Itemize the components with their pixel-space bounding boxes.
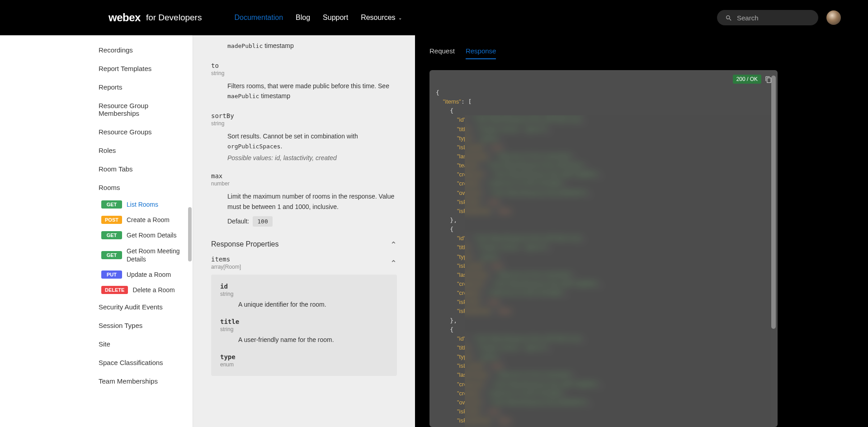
nav-support[interactable]: Support <box>323 14 348 22</box>
sidebar-item-site[interactable]: Site <box>0 335 193 353</box>
chevron-up-icon: ⌄ <box>390 258 397 268</box>
op-label: Get Room Meeting Details <box>127 247 184 263</box>
user-avatar[interactable] <box>826 10 841 25</box>
sidebar-nav[interactable]: Recordings Report Templates Reports Reso… <box>0 35 193 427</box>
copy-icon[interactable] <box>765 75 772 83</box>
json-response-body[interactable]: { "items": [ { "id": "Y2lzY29zcGFyazovL3… <box>429 70 778 427</box>
nav-blog[interactable]: Blog <box>296 14 310 22</box>
sidebar-item-room-tabs[interactable]: Room Tabs <box>0 160 193 178</box>
sidebar-item-team-memberships[interactable]: Team Memberships <box>0 372 193 390</box>
param-desc: Limit the maximum number of rooms in the… <box>227 191 397 212</box>
sidebar-item-space-classifications[interactable]: Space Classifications <box>0 353 193 372</box>
top-header: webex for Developers Documentation Blog … <box>0 0 868 35</box>
nav-resources[interactable]: Resources ⌄ <box>361 14 401 22</box>
items-toggle[interactable]: items array[Room] ⌄ <box>211 256 397 270</box>
sidebar-item-security-audit-events[interactable]: Security Audit Events <box>0 298 193 316</box>
request-response-tabs: Request Response <box>429 47 868 59</box>
op-list-rooms[interactable]: GETList Rooms <box>0 197 193 212</box>
op-create-room[interactable]: POSTCreate a Room <box>0 212 193 228</box>
sidebar-item-resource-group-memberships[interactable]: Resource Group Memberships <box>0 96 193 123</box>
sidebar-item-report-templates[interactable]: Report Templates <box>0 59 193 78</box>
response-properties-toggle[interactable]: Response Properties ⌄ <box>211 239 397 249</box>
sidebar-item-session-types[interactable]: Session Types <box>0 316 193 335</box>
search-icon <box>725 14 732 22</box>
response-props-box: id string A unique identifier for the ro… <box>211 275 397 376</box>
param-type: number <box>211 180 397 187</box>
response-panel: Request Response 200 / OK { "items": [ {… <box>415 35 868 427</box>
op-label: Delete a Room <box>132 286 184 294</box>
logo[interactable]: webex for Developers <box>108 11 202 24</box>
param-note: Possible values: id, lastactivity, creat… <box>227 154 397 161</box>
primary-nav: Documentation Blog Support Resources ⌄ <box>234 14 401 22</box>
op-label: Create a Room <box>127 216 184 224</box>
sidebar-item-rooms[interactable]: Rooms <box>0 178 193 197</box>
documentation-column[interactable]: madePublic timestamp to string Filters r… <box>193 35 415 427</box>
method-badge-get: GET <box>101 231 122 239</box>
tab-request[interactable]: Request <box>429 47 455 59</box>
method-badge-get: GET <box>101 251 122 259</box>
op-delete-room[interactable]: DELETEDelete a Room <box>0 282 193 298</box>
op-update-room[interactable]: PUTUpdate a Room <box>0 267 193 282</box>
nav-documentation[interactable]: Documentation <box>234 14 283 22</box>
prop-id: id string A unique identifier for the ro… <box>220 283 388 308</box>
param-default: Default: 100 <box>227 216 397 227</box>
op-get-room-meeting-details[interactable]: GETGet Room Meeting Details <box>0 243 193 267</box>
param-name: sortBy <box>211 112 397 119</box>
chevron-down-icon: ⌄ <box>398 15 402 20</box>
op-label: List Rooms <box>127 200 184 209</box>
op-get-room-details[interactable]: GETGet Room Details <box>0 228 193 243</box>
search-input[interactable] <box>737 14 823 22</box>
param-type: string <box>211 120 397 127</box>
default-value: 100 <box>253 216 272 227</box>
logo-sub: for Developers <box>146 13 202 23</box>
response-scrollbar[interactable] <box>771 76 776 329</box>
param-sortby: sortBy string Sort results. Cannot be se… <box>211 112 397 161</box>
logo-main: webex <box>108 11 141 24</box>
search-box[interactable] <box>717 10 818 25</box>
response-box: 200 / OK { "items": [ { "id": "Y2lzY29zc… <box>429 70 778 427</box>
method-badge-delete: DELETE <box>101 286 128 294</box>
items-name: items <box>211 256 241 263</box>
chevron-up-icon: ⌄ <box>390 239 397 249</box>
op-label: Get Room Details <box>127 231 184 239</box>
sidebar-scrollbar[interactable] <box>188 207 192 261</box>
param-desc: Sort results. Cannot be set in combinati… <box>227 131 397 152</box>
sidebar-item-reports[interactable]: Reports <box>0 78 193 96</box>
method-badge-post: POST <box>101 216 122 224</box>
param-type: string <box>211 70 397 76</box>
code-madePublic: madePublic <box>227 43 263 49</box>
items-type: array[Room] <box>211 264 241 270</box>
sidebar-item-roles[interactable]: Roles <box>0 141 193 160</box>
status-badge: 200 / OK <box>733 75 761 84</box>
param-max: max number Limit the maximum number of r… <box>211 172 397 227</box>
method-badge-get: GET <box>101 200 122 209</box>
sidebar-item-resource-groups[interactable]: Resource Groups <box>0 123 193 141</box>
param-name: max <box>211 172 397 180</box>
prop-type: type enum <box>220 353 388 368</box>
sidebar-item-recordings[interactable]: Recordings <box>0 41 193 59</box>
param-desc: Filters rooms, that were made public bef… <box>227 81 397 101</box>
prop-title: title string A user-friendly name for th… <box>220 318 388 343</box>
tab-response[interactable]: Response <box>466 47 496 59</box>
param-to: to string Filters rooms, that were made … <box>211 62 397 101</box>
op-label: Update a Room <box>127 270 184 279</box>
method-badge-put: PUT <box>101 270 122 279</box>
param-name: to <box>211 62 397 69</box>
